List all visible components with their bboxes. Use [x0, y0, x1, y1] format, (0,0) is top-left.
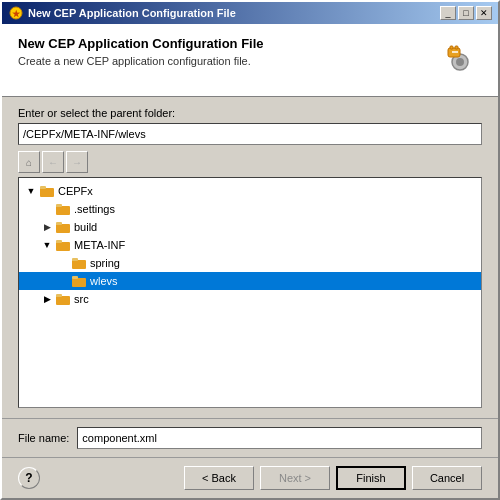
window-icon: ★ [8, 5, 24, 21]
svg-rect-19 [72, 276, 78, 279]
form-section: Enter or select the parent folder: ⌂ ← →… [2, 97, 498, 418]
expander-build[interactable]: ▶ [39, 219, 55, 235]
tree-item-spring[interactable]: spring [19, 254, 481, 272]
svg-rect-14 [56, 242, 70, 251]
file-name-input[interactable] [77, 427, 482, 449]
folder-tree[interactable]: ▼ CEPFx ▶ .se [18, 177, 482, 408]
svg-rect-21 [56, 294, 62, 297]
tree-item-settings[interactable]: ▶ .settings [19, 200, 481, 218]
tree-item-cepfx[interactable]: ▼ CEPFx [19, 182, 481, 200]
folder-icon-build [55, 219, 71, 235]
home-button[interactable]: ⌂ [18, 151, 40, 173]
svg-rect-6 [455, 46, 458, 49]
minimize-button[interactable]: _ [440, 6, 456, 20]
forward-button[interactable]: → [66, 151, 88, 173]
svg-rect-17 [72, 258, 78, 261]
header-icon [434, 36, 482, 84]
tree-label-settings: .settings [74, 203, 115, 215]
folder-icon-metainf [55, 237, 71, 253]
action-buttons: < Back Next > Finish Cancel [184, 466, 482, 490]
folder-icon-settings [55, 201, 71, 217]
svg-rect-11 [56, 204, 62, 207]
expander-metainf[interactable]: ▼ [39, 237, 55, 253]
tree-label-src: src [74, 293, 89, 305]
svg-rect-20 [56, 296, 70, 305]
svg-rect-15 [56, 240, 62, 243]
maximize-button[interactable]: □ [458, 6, 474, 20]
tree-item-wlevs[interactable]: wlevs [19, 272, 481, 290]
dialog-subtitle: Create a new CEP application configurati… [18, 55, 264, 67]
window-title: New CEP Application Configuration File [28, 7, 236, 19]
svg-rect-16 [72, 260, 86, 269]
folder-label: Enter or select the parent folder: [18, 107, 482, 119]
expander-src[interactable]: ▶ [39, 291, 55, 307]
title-bar: ★ New CEP Application Configuration File… [2, 2, 498, 24]
svg-rect-10 [56, 206, 70, 215]
tree-label-wlevs: wlevs [90, 275, 118, 287]
tree-label-spring: spring [90, 257, 120, 269]
svg-rect-9 [40, 186, 46, 189]
svg-rect-12 [56, 224, 70, 233]
tree-label-build: build [74, 221, 97, 233]
cancel-button[interactable]: Cancel [412, 466, 482, 490]
back-button[interactable]: ← [42, 151, 64, 173]
header-section: New CEP Application Configuration File C… [2, 24, 498, 97]
next-button[interactable]: Next > [260, 466, 330, 490]
svg-rect-13 [56, 222, 62, 225]
tree-item-src[interactable]: ▶ src [19, 290, 481, 308]
svg-point-3 [456, 58, 464, 66]
tree-toolbar: ⌂ ← → [18, 151, 482, 173]
tree-item-build[interactable]: ▶ build [19, 218, 481, 236]
folder-path-input[interactable] [18, 123, 482, 145]
tree-label-metainf: META-INF [74, 239, 125, 251]
folder-icon-wlevs [71, 273, 87, 289]
file-label: File name: [18, 432, 69, 444]
folder-icon-cepfx [39, 183, 55, 199]
folder-icon-src [55, 291, 71, 307]
main-window: ★ New CEP Application Configuration File… [0, 0, 500, 500]
tree-label-cepfx: CEPFx [58, 185, 93, 197]
close-button[interactable]: ✕ [476, 6, 492, 20]
back-nav-button[interactable]: < Back [184, 466, 254, 490]
button-bar: ? < Back Next > Finish Cancel [2, 457, 498, 498]
finish-button[interactable]: Finish [336, 466, 406, 490]
file-section: File name: [2, 418, 498, 457]
help-button[interactable]: ? [18, 467, 40, 489]
dialog-title: New CEP Application Configuration File [18, 36, 264, 51]
title-bar-left: ★ New CEP Application Configuration File [8, 5, 236, 21]
folder-icon-spring [71, 255, 87, 271]
svg-rect-5 [450, 46, 453, 49]
tree-item-metainf[interactable]: ▼ META-INF [19, 236, 481, 254]
svg-rect-8 [40, 188, 54, 197]
svg-text:★: ★ [12, 9, 21, 19]
svg-rect-18 [72, 278, 86, 287]
expander-cepfx[interactable]: ▼ [23, 183, 39, 199]
title-bar-buttons: _ □ ✕ [440, 6, 492, 20]
header-text: New CEP Application Configuration File C… [18, 36, 264, 67]
